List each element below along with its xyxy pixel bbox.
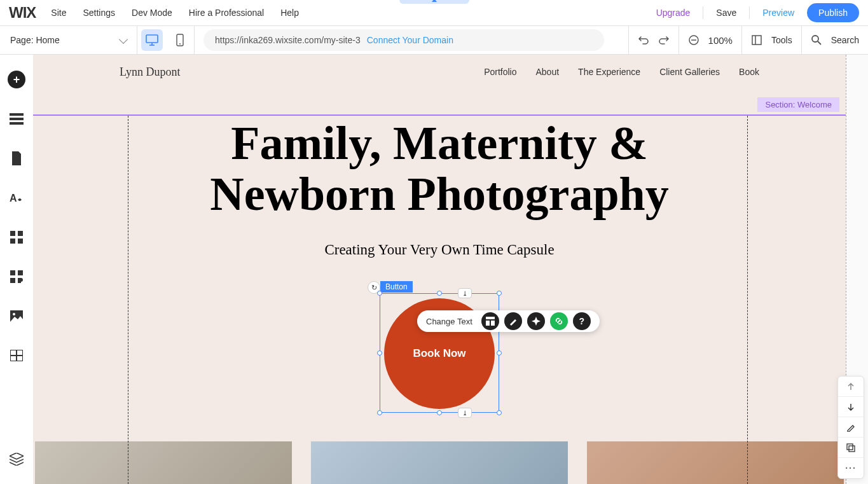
site-title[interactable]: Lynn Dupont xyxy=(120,66,181,79)
layers-button[interactable] xyxy=(7,450,26,469)
divider xyxy=(703,6,703,19)
menu-settings[interactable]: Settings xyxy=(83,8,115,18)
publish-button[interactable]: Publish xyxy=(807,3,859,22)
sections-button[interactable] xyxy=(7,109,26,128)
device-switcher xyxy=(137,26,195,54)
hero-title[interactable]: Family, Maternity & Newborn Photography xyxy=(33,118,846,220)
pages-button[interactable] xyxy=(7,149,26,168)
page-label: Page: Home xyxy=(10,35,60,45)
url-pill[interactable]: https://inka269.wixsite.com/my-site-3 Co… xyxy=(203,29,604,51)
layers-icon xyxy=(10,453,24,466)
url-bar: https://inka269.wixsite.com/my-site-3 Co… xyxy=(195,26,628,54)
app-market-button[interactable] xyxy=(7,267,26,286)
sections-icon xyxy=(10,113,24,125)
svg-rect-21 xyxy=(10,278,15,283)
change-text-button[interactable]: Change Text xyxy=(426,317,476,326)
grid-icon xyxy=(10,231,23,244)
desktop-view-button[interactable] xyxy=(141,29,163,51)
editor-canvas[interactable]: Lynn Dupont Portfolio About The Experien… xyxy=(33,55,846,484)
menu-devmode[interactable]: Dev Mode xyxy=(132,8,172,18)
rotate-handle[interactable]: ↻ xyxy=(368,281,380,294)
nav-about[interactable]: About xyxy=(535,67,559,77)
upgrade-link[interactable]: Upgrade xyxy=(656,8,691,18)
hero-title-line2: Newborn Photography xyxy=(210,168,669,220)
gallery-image-2[interactable] xyxy=(311,441,568,484)
svg-rect-31 xyxy=(849,446,855,452)
tools-icon xyxy=(751,34,762,46)
site-header[interactable]: Lynn Dupont Portfolio About The Experien… xyxy=(33,55,846,89)
top-right-group: Upgrade Save Preview Publish xyxy=(656,3,859,22)
top-menu-bar: WIX Site Settings Dev Mode Hire a Profes… xyxy=(0,0,868,26)
design-element-button[interactable] xyxy=(504,312,522,330)
link-button[interactable] xyxy=(550,312,568,330)
mobile-icon xyxy=(176,34,184,46)
redo-icon xyxy=(658,34,670,46)
zoom-group[interactable]: 100% xyxy=(679,26,741,54)
menu-hire[interactable]: Hire a Professional xyxy=(189,8,264,18)
gallery-image-3[interactable] xyxy=(587,441,844,484)
design-button[interactable]: A xyxy=(7,188,26,207)
svg-rect-16 xyxy=(18,231,23,236)
layout-icon xyxy=(486,317,495,326)
gallery-row[interactable] xyxy=(33,441,846,484)
data-icon xyxy=(10,350,23,361)
svg-point-4 xyxy=(179,43,181,45)
svg-rect-18 xyxy=(18,239,23,244)
svg-rect-15 xyxy=(10,231,15,236)
undo-button[interactable] xyxy=(638,34,649,46)
arrow-up-icon xyxy=(846,382,855,391)
copy-button[interactable] xyxy=(838,438,864,458)
help-element-button[interactable]: ? xyxy=(573,312,591,330)
arrow-up-button[interactable] xyxy=(838,377,864,397)
plus-icon: + xyxy=(8,71,25,88)
cms-button[interactable] xyxy=(7,346,26,365)
nav-book[interactable]: Book xyxy=(739,67,759,77)
page-selector[interactable]: Page: Home xyxy=(0,26,137,54)
svg-rect-20 xyxy=(18,270,23,275)
svg-rect-7 xyxy=(752,36,761,45)
tools-group[interactable]: Tools xyxy=(741,26,801,54)
menu-site[interactable]: Site xyxy=(51,8,66,18)
nav-experience[interactable]: The Experience xyxy=(578,67,640,77)
element-floating-toolbar: Change Text ? xyxy=(417,310,600,332)
more-icon: ··· xyxy=(845,463,857,473)
search-group[interactable]: Search xyxy=(801,26,868,54)
media-button[interactable] xyxy=(7,307,26,326)
add-element-button[interactable]: + xyxy=(7,70,26,89)
edit-button[interactable] xyxy=(838,417,864,438)
right-mini-toolbar: ··· xyxy=(837,376,864,479)
puzzle-icon xyxy=(10,270,23,283)
svg-rect-30 xyxy=(847,444,853,450)
layout-button[interactable] xyxy=(481,312,499,330)
hero-section[interactable]: Family, Maternity & Newborn Photography … xyxy=(33,89,846,258)
zoom-value: 100% xyxy=(708,35,733,46)
search-icon xyxy=(811,34,822,46)
arrow-down-icon xyxy=(846,403,855,411)
gallery-image-1[interactable] xyxy=(35,441,292,484)
connect-domain-link[interactable]: Connect Your Domain xyxy=(367,35,453,45)
svg-rect-12 xyxy=(10,118,24,120)
svg-rect-27 xyxy=(486,317,495,319)
redo-button[interactable] xyxy=(658,34,670,46)
wix-logo[interactable]: WIX xyxy=(9,4,36,22)
top-drag-handle[interactable] xyxy=(399,0,469,4)
apps-button[interactable] xyxy=(7,228,26,247)
page-icon xyxy=(11,151,22,165)
preview-button[interactable]: Preview xyxy=(762,8,794,18)
zoom-icon xyxy=(688,34,699,46)
nav-galleries[interactable]: Client Galleries xyxy=(659,67,720,77)
section-label[interactable]: Section: Welcome xyxy=(757,97,839,112)
arrow-down-button[interactable] xyxy=(838,397,864,417)
animation-button[interactable] xyxy=(527,312,545,330)
svg-rect-13 xyxy=(10,122,24,125)
save-button[interactable]: Save xyxy=(716,8,736,18)
svg-rect-28 xyxy=(486,321,490,326)
menu-help[interactable]: Help xyxy=(280,8,299,18)
undo-icon xyxy=(638,34,649,46)
left-sidebar: + A xyxy=(0,55,33,484)
mobile-view-button[interactable] xyxy=(169,29,191,51)
more-button[interactable]: ··· xyxy=(838,458,864,478)
hero-subtitle[interactable]: Creating Your Very Own Time Capsule xyxy=(33,242,846,258)
menu-items: Site Settings Dev Mode Hire a Profession… xyxy=(51,8,299,18)
nav-portfolio[interactable]: Portfolio xyxy=(484,67,516,77)
